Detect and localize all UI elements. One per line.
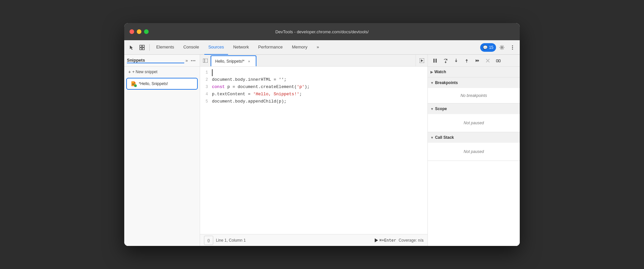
svg-marker-18 <box>421 59 423 62</box>
file-tab-close-button[interactable]: × <box>247 59 252 64</box>
run-snippet-button[interactable] <box>416 55 427 66</box>
chat-icon: 💬 <box>483 45 488 50</box>
breakpoints-section: ▼ Breakpoints No breakpoints <box>428 77 520 104</box>
tab-memory[interactable]: Memory <box>288 40 311 55</box>
maximize-button[interactable] <box>144 29 149 34</box>
tab-more[interactable]: » <box>313 40 323 55</box>
pause-exceptions-button[interactable] <box>494 56 503 65</box>
step-over-button[interactable] <box>441 56 450 65</box>
step-into-icon <box>454 58 458 63</box>
svg-point-5 <box>512 45 513 46</box>
run-triangle-icon <box>375 238 378 242</box>
svg-rect-2 <box>140 48 142 50</box>
step-into-button[interactable] <box>452 56 461 65</box>
inspect-tool-button[interactable] <box>137 43 147 52</box>
plus-icon: + <box>128 69 131 75</box>
scope-section-header[interactable]: ▼ Scope <box>428 104 520 114</box>
snippet-active-dot <box>134 84 137 87</box>
scope-title: Scope <box>435 106 447 111</box>
breakpoints-section-header[interactable]: ▼ Breakpoints <box>428 77 520 88</box>
breakpoints-title: Breakpoints <box>435 80 458 85</box>
cursor-tool-button[interactable] <box>127 43 136 52</box>
step-over-icon <box>443 58 448 63</box>
new-snippet-button[interactable]: + + New snippet <box>124 67 200 77</box>
pause-icon <box>433 58 437 63</box>
svg-rect-19 <box>433 59 435 63</box>
svg-rect-0 <box>140 45 142 47</box>
sidebar-more-tabs[interactable]: » <box>186 58 188 63</box>
svg-marker-29 <box>478 59 479 62</box>
vertical-dots-icon <box>512 45 513 50</box>
traffic-lights <box>130 29 149 34</box>
code-line-3: 3 const p = document.createElement('p'); <box>200 84 427 91</box>
tab-console[interactable]: Console <box>179 40 203 55</box>
cursor-icon <box>129 45 134 50</box>
tab-network[interactable]: Network <box>229 40 253 55</box>
scope-chevron-icon: ▼ <box>430 107 434 111</box>
svg-point-10 <box>194 60 195 61</box>
breakpoints-chevron-icon: ▼ <box>430 81 434 85</box>
scope-section: ▼ Scope Not paused <box>428 104 520 132</box>
titlebar: DevTools - developer.chrome.com/docs/dev… <box>124 23 520 40</box>
sidebar: Snippets » + + New snippet <box>124 55 200 246</box>
coverage-status: Coverage: n/a <box>399 238 424 243</box>
content-area: Snippets » + + New snippet <box>124 55 520 246</box>
snippet-icon <box>131 81 136 86</box>
deactivate-breakpoints-button[interactable] <box>483 56 492 65</box>
sidebar-menu-button[interactable] <box>189 57 197 65</box>
gear-icon <box>499 45 505 50</box>
svg-point-7 <box>512 48 513 49</box>
debug-toolbar <box>428 55 520 67</box>
step-out-icon <box>464 58 469 63</box>
format-button[interactable]: {} <box>204 236 213 245</box>
minimize-button[interactable] <box>137 29 141 34</box>
close-button[interactable] <box>130 29 134 34</box>
code-line-2: 2 document.body.innerHTML = ''; <box>200 76 427 84</box>
panel-toggle-icon <box>203 59 208 63</box>
step-out-button[interactable] <box>462 56 471 65</box>
watch-section: ▶ Watch <box>428 67 520 77</box>
svg-marker-27 <box>466 59 468 61</box>
console-badge[interactable]: 💬 15 <box>480 43 496 52</box>
svg-rect-3 <box>142 48 144 50</box>
snippet-item[interactable]: *Hello, Snippets! <box>126 78 198 90</box>
toolbar-divider <box>149 44 150 51</box>
svg-marker-12 <box>134 81 135 83</box>
step-button[interactable] <box>473 56 482 65</box>
window-title: DevTools - developer.chrome.com/docs/dev… <box>275 29 368 34</box>
svg-marker-25 <box>455 61 457 62</box>
tab-performance[interactable]: Performance <box>254 40 286 55</box>
breakpoints-icon <box>485 58 490 63</box>
code-line-1: 1 <box>200 69 427 76</box>
pause-resume-button[interactable] <box>430 56 440 65</box>
snippet-name: *Hello, Snippets! <box>139 81 168 86</box>
code-editor[interactable]: 1 2 document.body.innerHTML = ''; 3 cons… <box>200 67 427 234</box>
watch-section-header[interactable]: ▶ Watch <box>428 67 520 77</box>
code-line-4: 4 p.textContent = 'Hello, Snippets!'; <box>200 91 427 98</box>
tab-sources[interactable]: Sources <box>204 40 228 55</box>
file-tabs: Hello, Snippets!* × <box>200 55 427 67</box>
svg-marker-23 <box>445 62 447 63</box>
run-command[interactable]: ⌘+Enter <box>375 238 396 243</box>
tab-spacer <box>256 55 416 66</box>
dots-icon <box>191 58 195 63</box>
right-pane: ▶ Watch ▼ Breakpoints No breakpoints ▼ S… <box>427 55 520 246</box>
svg-rect-20 <box>436 59 437 63</box>
devtools-window: DevTools - developer.chrome.com/docs/dev… <box>124 23 520 246</box>
settings-button[interactable] <box>497 43 507 52</box>
no-breakpoints-text: No breakpoints <box>430 91 517 101</box>
inspect-icon <box>139 45 145 50</box>
tab-elements[interactable]: Elements <box>152 40 178 55</box>
toggle-sidebar-button[interactable] <box>200 55 211 66</box>
file-tab-hello-snippets[interactable]: Hello, Snippets!* × <box>211 55 256 66</box>
call-stack-content: Not paused <box>428 143 520 161</box>
more-options-button[interactable] <box>508 43 517 52</box>
breakpoints-content: No breakpoints <box>428 88 520 103</box>
scope-content: Not paused <box>428 114 520 132</box>
call-stack-chevron-icon: ▼ <box>430 136 434 139</box>
svg-point-8 <box>191 60 192 61</box>
svg-point-4 <box>501 46 503 48</box>
call-stack-not-paused-text: Not paused <box>430 145 517 158</box>
step-icon <box>475 58 480 63</box>
call-stack-section-header[interactable]: ▼ Call Stack <box>428 132 520 143</box>
